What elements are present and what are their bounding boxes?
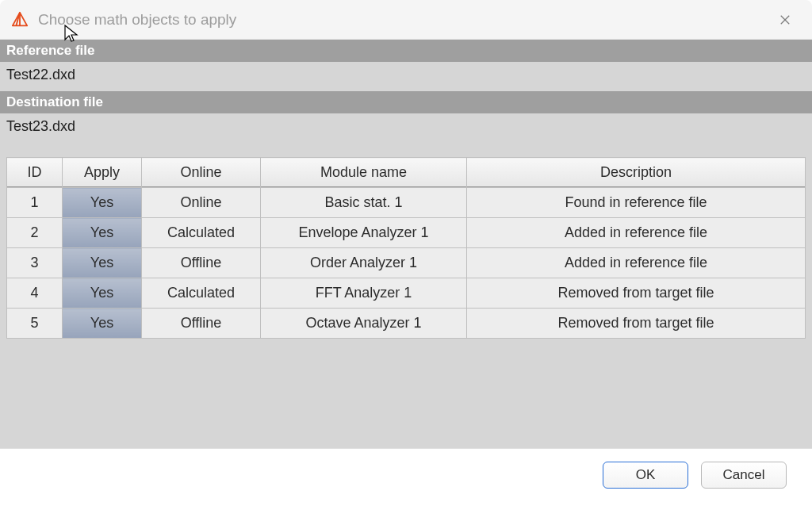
destination-file-value: Test23.dxd xyxy=(0,113,812,143)
description-cell: Removed from target file xyxy=(467,309,806,339)
table-row[interactable]: 1YesOnlineBasic stat. 1Found in referenc… xyxy=(7,188,806,218)
header-module[interactable]: Module name xyxy=(261,158,467,188)
id-cell: 1 xyxy=(7,188,63,218)
online-cell: Calculated xyxy=(142,218,261,248)
module-cell: Basic stat. 1 xyxy=(261,188,467,218)
header-description[interactable]: Description xyxy=(467,158,806,188)
table-header-row: ID Apply Online Module name Description xyxy=(7,158,806,188)
apply-cell[interactable]: Yes xyxy=(63,309,142,339)
close-button[interactable] xyxy=(769,4,801,36)
window-title: Choose math objects to apply xyxy=(38,11,769,29)
table-row[interactable]: 5YesOfflineOctave Analyzer 1Removed from… xyxy=(7,309,806,339)
description-cell: Removed from target file xyxy=(467,278,806,309)
module-cell: Octave Analyzer 1 xyxy=(261,309,467,339)
header-apply[interactable]: Apply xyxy=(63,158,142,188)
online-cell: Calculated xyxy=(142,278,261,309)
content-area: ID Apply Online Module name Description … xyxy=(0,143,812,448)
id-cell: 5 xyxy=(7,309,63,339)
description-cell: Added in reference file xyxy=(467,248,806,278)
apply-cell[interactable]: Yes xyxy=(63,218,142,248)
module-cell: Envelope Analyzer 1 xyxy=(261,218,467,248)
header-online[interactable]: Online xyxy=(142,158,261,188)
apply-cell[interactable]: Yes xyxy=(63,278,142,309)
table-row[interactable]: 3YesOfflineOrder Analyzer 1Added in refe… xyxy=(7,248,806,278)
online-cell: Offline xyxy=(142,248,261,278)
header-id[interactable]: ID xyxy=(7,158,63,188)
destination-file-label: Destination file xyxy=(0,91,812,113)
description-cell: Found in reference file xyxy=(467,188,806,218)
module-cell: FFT Analyzer 1 xyxy=(261,278,467,309)
ok-button[interactable]: OK xyxy=(603,462,688,489)
math-objects-table: ID Apply Online Module name Description … xyxy=(6,157,806,339)
cancel-button[interactable]: Cancel xyxy=(701,462,787,489)
id-cell: 4 xyxy=(7,278,63,309)
module-cell: Order Analyzer 1 xyxy=(261,248,467,278)
reference-file-value: Test22.dxd xyxy=(0,62,812,91)
table-row[interactable]: 2YesCalculatedEnvelope Analyzer 1Added i… xyxy=(7,218,806,248)
dialog-window: Choose math objects to apply Reference f… xyxy=(0,0,812,506)
apply-cell[interactable]: Yes xyxy=(63,248,142,278)
online-cell: Offline xyxy=(142,309,261,339)
id-cell: 2 xyxy=(7,218,63,248)
description-cell: Added in reference file xyxy=(467,218,806,248)
id-cell: 3 xyxy=(7,248,63,278)
reference-file-label: Reference file xyxy=(0,40,812,62)
apply-cell[interactable]: Yes xyxy=(63,188,142,218)
close-icon xyxy=(779,14,791,25)
app-icon xyxy=(11,11,29,29)
dialog-footer: OK Cancel xyxy=(0,448,812,506)
titlebar: Choose math objects to apply xyxy=(0,0,812,40)
online-cell: Online xyxy=(142,188,261,218)
table-row[interactable]: 4YesCalculatedFFT Analyzer 1Removed from… xyxy=(7,278,806,309)
